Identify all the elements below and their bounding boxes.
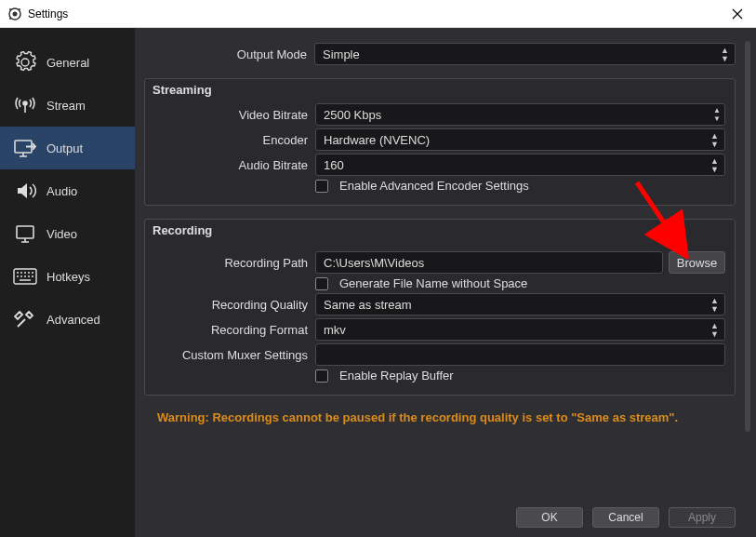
output-mode-select[interactable]: Simple ▲▼ (314, 43, 736, 65)
encoder-select[interactable]: Hardware (NVENC) ▲▼ (315, 128, 725, 151)
tools-icon (13, 307, 37, 331)
svg-rect-7 (17, 226, 33, 238)
sidebar-item-advanced[interactable]: Advanced (0, 298, 135, 341)
svg-point-1 (13, 11, 18, 16)
sidebar-item-audio[interactable]: Audio (0, 169, 135, 212)
sidebar-item-label: Output (46, 141, 83, 155)
footer: OK Cancel Apply (516, 507, 736, 528)
sidebar-item-label: Audio (46, 184, 77, 198)
browse-button[interactable]: Browse (669, 251, 725, 274)
window-title: Settings (28, 7, 68, 20)
warning-text: Warning: Recordings cannot be paused if … (157, 410, 736, 424)
recording-group: Recording Recording Path C:\Users\M\Vide… (144, 219, 736, 396)
sidebar-item-general[interactable]: General (0, 41, 135, 84)
apply-button[interactable]: Apply (669, 507, 736, 528)
recording-title: Recording (153, 223, 212, 237)
recording-format-select[interactable]: mkv ▲▼ (315, 318, 725, 341)
sidebar-item-label: General (46, 56, 89, 70)
sidebar-item-hotkeys[interactable]: Hotkeys (0, 255, 135, 298)
chevron-updown-icon: ▲▼ (721, 47, 729, 63)
svg-point-4 (9, 18, 11, 20)
keyboard-icon (13, 264, 37, 289)
chevron-updown-icon: ▲▼ (710, 157, 719, 174)
app-icon (7, 7, 22, 21)
video-bitrate-input[interactable]: 2500 Kbps ▲▼ (315, 103, 725, 126)
svg-point-2 (9, 8, 11, 10)
recording-path-label: Recording Path (145, 256, 315, 270)
streaming-group: Streaming Video Bitrate 2500 Kbps ▲▼ Enc… (144, 78, 736, 206)
replay-buffer-label: Enable Replay Buffer (339, 369, 454, 383)
titlebar: Settings (0, 0, 756, 28)
sidebar: General Stream Output Audio Video (0, 28, 135, 537)
replay-buffer-checkbox[interactable] (315, 369, 328, 383)
encoder-label: Encoder (145, 133, 315, 147)
sidebar-item-label: Stream (46, 99, 86, 113)
recording-quality-select[interactable]: Same as stream ▲▼ (315, 293, 725, 315)
sidebar-item-label: Video (46, 227, 77, 241)
enable-advanced-checkbox[interactable] (315, 180, 328, 193)
sidebar-item-output[interactable]: Output (0, 127, 135, 169)
streaming-title: Streaming (153, 83, 212, 97)
ok-button[interactable]: OK (516, 507, 583, 528)
sidebar-item-video[interactable]: Video (0, 212, 135, 255)
no-space-label: Generate File Name without Space (339, 276, 527, 290)
muxer-label: Custom Muxer Settings (145, 348, 315, 362)
svg-point-5 (23, 101, 27, 105)
audio-bitrate-select[interactable]: 160 ▲▼ (315, 154, 725, 176)
recording-path-input[interactable]: C:\Users\M\Videos (315, 251, 663, 274)
sidebar-item-label: Advanced (46, 313, 100, 327)
spinner-icon[interactable]: ▲▼ (713, 106, 721, 123)
cancel-button[interactable]: Cancel (592, 507, 659, 528)
chevron-updown-icon: ▲▼ (710, 297, 719, 314)
audio-bitrate-label: Audio Bitrate (145, 158, 315, 172)
close-button[interactable] (726, 8, 749, 20)
sidebar-item-label: Hotkeys (46, 270, 90, 284)
scrollbar[interactable] (745, 41, 750, 432)
gear-icon (13, 50, 37, 74)
main-panel: Output Mode Simple ▲▼ Streaming Video Bi… (135, 28, 756, 537)
output-icon (13, 136, 37, 160)
video-bitrate-label: Video Bitrate (145, 108, 315, 122)
muxer-input[interactable] (315, 343, 725, 366)
output-mode-label: Output Mode (144, 47, 314, 61)
recording-format-label: Recording Format (145, 323, 315, 337)
chevron-updown-icon: ▲▼ (710, 322, 719, 339)
speaker-icon (13, 179, 37, 203)
recording-quality-label: Recording Quality (145, 298, 315, 312)
monitor-icon (13, 222, 37, 246)
svg-point-3 (19, 8, 20, 10)
antenna-icon (13, 93, 37, 117)
no-space-checkbox[interactable] (315, 277, 328, 290)
enable-advanced-label: Enable Advanced Encoder Settings (339, 179, 529, 193)
sidebar-item-stream[interactable]: Stream (0, 84, 135, 127)
chevron-updown-icon: ▲▼ (710, 132, 719, 149)
